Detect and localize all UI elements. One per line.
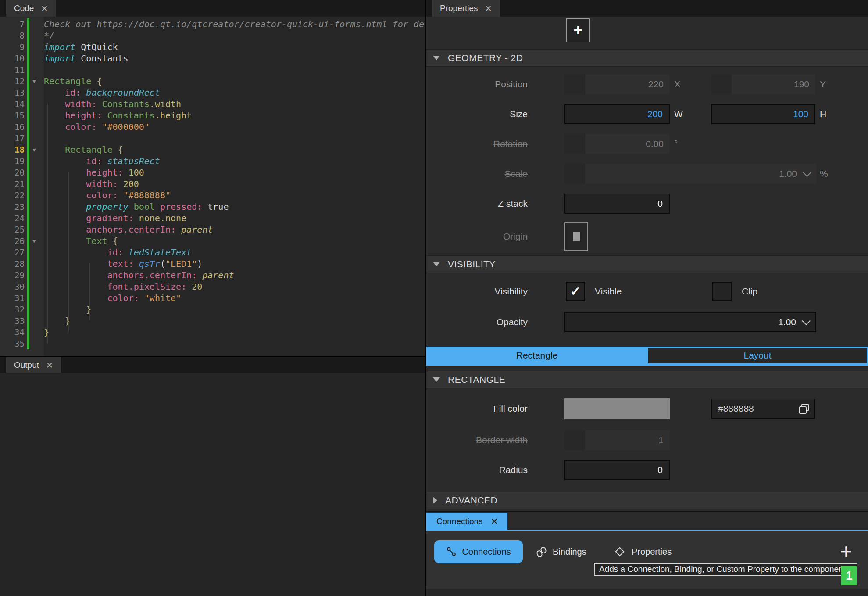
chevron-down-icon[interactable] <box>802 316 811 325</box>
radius-field[interactable]: 0 <box>564 460 670 480</box>
code-line[interactable]: 32 } <box>0 304 425 315</box>
close-icon[interactable]: ✕ <box>485 4 492 14</box>
code-line[interactable]: 31 color: "white" <box>0 292 425 304</box>
code-editor[interactable]: 7Check out https://doc.qt.io/qtcreator/c… <box>0 17 425 356</box>
line-number[interactable]: 30 <box>0 282 25 291</box>
line-number[interactable]: 21 <box>0 179 25 189</box>
line-number[interactable]: 19 <box>0 156 25 166</box>
close-icon[interactable]: ✕ <box>491 516 498 527</box>
code-line[interactable]: 16 color: "#000000" <box>0 121 425 133</box>
line-number[interactable]: 11 <box>0 65 25 75</box>
code-line[interactable]: 11 <box>0 64 425 75</box>
section-header-rectangle[interactable]: RECTANGLE <box>426 371 868 388</box>
code-line[interactable]: 24 gradient: none.none <box>0 212 425 224</box>
line-number[interactable]: 27 <box>0 248 25 257</box>
section-header-visibility[interactable]: VISIBILITY <box>426 255 868 273</box>
fill-color-swatch[interactable] <box>564 398 670 419</box>
position-x-field[interactable]: 220 <box>564 74 670 94</box>
code-line[interactable]: 15 height: Constants.height <box>0 110 425 121</box>
line-number[interactable]: 22 <box>0 190 25 200</box>
code-line[interactable]: 22 color: "#888888" <box>0 190 425 201</box>
line-number[interactable]: 8 <box>0 31 25 40</box>
add-property-button[interactable]: + <box>566 18 590 42</box>
zstack-field[interactable]: 0 <box>564 194 670 214</box>
code-line[interactable]: 21 width: 200 <box>0 178 425 190</box>
code-line[interactable]: 27 id: ledStateText <box>0 247 425 258</box>
code-line[interactable]: 14 width: Constants.width <box>0 98 425 110</box>
origin-selector-button[interactable] <box>564 222 588 251</box>
line-number[interactable]: 26 <box>0 236 25 246</box>
code-line[interactable]: 25 anchors.centerIn: parent <box>0 224 425 235</box>
code-line[interactable]: 17 <box>0 133 425 144</box>
close-icon[interactable]: ✕ <box>46 360 53 370</box>
line-number[interactable]: 9 <box>0 42 25 52</box>
fold-marker-icon[interactable]: ▾ <box>25 144 44 155</box>
size-height-field[interactable]: 100 <box>711 104 815 124</box>
code-line[interactable]: 33 } <box>0 315 425 327</box>
code-line[interactable]: 34} <box>0 327 425 338</box>
line-number[interactable]: 23 <box>0 202 25 212</box>
section-header-advanced[interactable]: ADVANCED <box>426 492 868 509</box>
line-number[interactable]: 14 <box>0 99 25 109</box>
copy-icon[interactable] <box>799 403 809 414</box>
code-line[interactable]: 35 <box>0 338 425 349</box>
line-number[interactable]: 31 <box>0 293 25 303</box>
chevron-down-icon[interactable] <box>803 168 811 177</box>
position-y-field[interactable]: 190 <box>711 74 815 94</box>
tab-properties[interactable]: Properties ✕ <box>432 0 500 17</box>
properties-button[interactable]: Properties <box>613 540 672 563</box>
code-line[interactable]: 20 height: 100 <box>0 167 425 178</box>
tab-output[interactable]: Output ✕ <box>6 357 61 373</box>
line-number[interactable]: 25 <box>0 225 25 234</box>
border-width-field[interactable]: 1 <box>564 430 670 450</box>
code-line[interactable]: 10import Constants <box>0 53 425 64</box>
tab-code[interactable]: Code ✕ <box>6 0 56 17</box>
line-number[interactable]: 24 <box>0 213 25 223</box>
code-line[interactable]: 23 property bool pressed: true <box>0 201 425 212</box>
position-x-unit: X <box>674 79 680 90</box>
tab-rectangle[interactable]: Rectangle <box>426 347 648 364</box>
line-number[interactable]: 15 <box>0 111 25 120</box>
line-number[interactable]: 18 <box>0 145 25 154</box>
line-number[interactable]: 12 <box>0 76 25 86</box>
line-number[interactable]: 10 <box>0 54 25 63</box>
line-number[interactable]: 7 <box>0 19 25 29</box>
code-line[interactable]: 18▾ Rectangle { <box>0 144 425 155</box>
visible-checkbox[interactable]: ✓ <box>566 282 585 301</box>
line-number[interactable]: 13 <box>0 88 25 97</box>
rotation-field[interactable]: 0.00 <box>564 134 670 154</box>
section-header-geometry[interactable]: GEOMETRY - 2D <box>426 49 868 67</box>
code-line[interactable]: 30 font.pixelSize: 20 <box>0 281 425 292</box>
add-connection-button[interactable]: + <box>836 542 856 561</box>
size-width-field[interactable]: 200 <box>564 104 670 124</box>
code-line[interactable]: 28 text: qsTr("LED1") <box>0 258 425 269</box>
line-number[interactable]: 17 <box>0 133 25 143</box>
tab-connections[interactable]: Connections ✕ <box>426 513 507 530</box>
line-number[interactable]: 29 <box>0 270 25 280</box>
scale-field[interactable]: 1.00 <box>564 164 816 184</box>
line-number[interactable]: 34 <box>0 327 25 337</box>
line-number[interactable]: 16 <box>0 122 25 132</box>
line-number[interactable]: 33 <box>0 316 25 326</box>
line-number[interactable]: 32 <box>0 305 25 314</box>
code-line[interactable]: 26▾ Text { <box>0 235 425 247</box>
line-number[interactable]: 35 <box>0 339 25 348</box>
opacity-field[interactable]: 1.00 <box>564 312 816 332</box>
code-line[interactable]: 8*/ <box>0 30 425 41</box>
clip-checkbox[interactable] <box>712 282 732 301</box>
fold-marker-icon[interactable]: ▾ <box>25 235 44 247</box>
code-line[interactable]: 9import QtQuick <box>0 41 425 53</box>
bindings-button[interactable]: Bindings <box>536 540 586 563</box>
code-line[interactable]: 29 anchors.centerIn: parent <box>0 269 425 281</box>
code-line[interactable]: 19 id: statusRect <box>0 155 425 167</box>
connections-button[interactable]: Connections <box>434 540 523 563</box>
fill-color-hex-field[interactable]: #888888 <box>711 399 815 419</box>
close-icon[interactable]: ✕ <box>41 4 48 14</box>
code-line[interactable]: 12▾Rectangle { <box>0 75 425 87</box>
fold-marker-icon[interactable]: ▾ <box>25 75 44 87</box>
line-number[interactable]: 20 <box>0 168 25 177</box>
code-line[interactable]: 7Check out https://doc.qt.io/qtcreator/c… <box>0 18 425 30</box>
line-number[interactable]: 28 <box>0 259 25 269</box>
code-line[interactable]: 13 id: backgroundRect <box>0 87 425 98</box>
tab-layout[interactable]: Layout <box>648 348 867 363</box>
